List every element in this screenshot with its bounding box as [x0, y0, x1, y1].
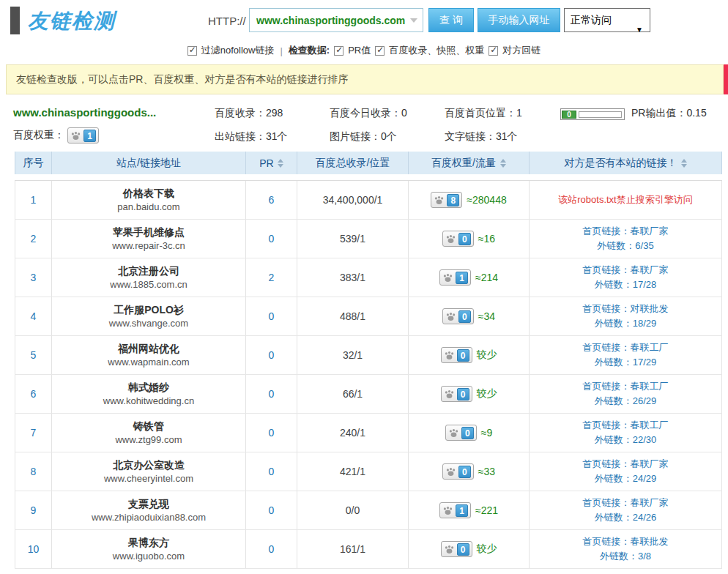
baidu-weight-badge: 0 [441, 347, 472, 363]
backlink-checkbox[interactable] [489, 46, 498, 56]
homepage-backlink[interactable]: 首页链接：春联批发 [583, 534, 669, 549]
links-table: 序号 站点/链接地址 PR 百度总收录/位置 百度权重/流量 对方是否有本站的链… [15, 152, 722, 569]
weight-value: 0 [461, 427, 474, 439]
paw-icon [434, 195, 445, 206]
pr-checkbox[interactable] [334, 46, 343, 56]
site-domain-link[interactable]: www.zhipiaoduixian88.com [92, 511, 206, 524]
table-row: 8 北京办公室改造 www.cheeryintel.com 0 421/1 0 … [15, 452, 722, 491]
baidu-weight-badge: 1 [439, 502, 471, 518]
baidu-index-value: 66/1 [343, 388, 363, 400]
manual-input-button[interactable]: 手动输入网址 [478, 8, 560, 32]
table-row: 2 苹果手机维修点 www.repair-3c.cn 0 539/1 0 ≈16… [15, 220, 722, 258]
pr-value: 0 [269, 349, 275, 361]
access-mode-value: 正常访问 [571, 14, 612, 26]
homepage-backlink[interactable]: 首页链接：春联厂家 [583, 457, 669, 471]
baidu-checkbox[interactable] [375, 46, 385, 56]
homepage-backlink[interactable]: 首页链接：春联厂家 [583, 263, 669, 277]
homepage-backlink[interactable]: 首页链接：春联工厂 [583, 418, 669, 433]
outlink-count[interactable]: 外链数：17/29 [595, 355, 657, 370]
paw-icon [442, 272, 453, 283]
row-index: 9 [31, 504, 37, 516]
row-index: 3 [31, 272, 37, 283]
site-domain-link[interactable]: www.iguobo.com [113, 550, 185, 563]
col-baidu-included: 百度总收录/位置 [297, 152, 409, 174]
paw-icon [444, 350, 455, 361]
col-site: 站点/链接地址 [52, 152, 246, 174]
homepage-backlink[interactable]: 首页链接：春联工厂 [583, 379, 669, 394]
baidu-weight-badge: 0 [442, 231, 474, 247]
url-input[interactable] [250, 9, 406, 31]
outlink-count[interactable]: 外链数：22/30 [595, 433, 657, 447]
col-pr-sort[interactable]: PR [246, 152, 297, 174]
table-row: 3 北京注册公司 www.1885.com.cn 2 383/1 1 ≈214 … [15, 258, 722, 297]
pr-output-label: PR输出值：0.15 [631, 107, 707, 120]
check-data-label: 检查数据: [289, 44, 330, 57]
query-button[interactable]: 查 询 [428, 8, 474, 32]
baidu-weight-badge: 0 [442, 308, 474, 324]
pr-value: 0 [269, 388, 275, 400]
sort-icon [278, 159, 283, 168]
paw-icon [444, 544, 455, 555]
stat-outbound-links: 出站链接：31个 [215, 130, 288, 144]
site-domain-link[interactable]: pan.baidu.com [117, 201, 179, 214]
stat-baidu-included: 百度收录：298 [215, 107, 283, 120]
homepage-backlink[interactable]: 首页链接：春联厂家 [583, 224, 669, 239]
checked-domain-link[interactable]: www.chinasportinggoods... [13, 106, 156, 119]
paw-icon [444, 389, 455, 400]
row-index: 7 [31, 427, 37, 439]
weight-value: 0 [458, 310, 471, 323]
outlink-count[interactable]: 外链数：24/29 [595, 471, 657, 486]
select-caret-icon: ▼ [636, 18, 643, 41]
site-domain-link[interactable]: www.1885.com.cn [110, 278, 187, 291]
url-input-box [249, 8, 423, 32]
sort-icon [500, 159, 506, 168]
row-index: 5 [31, 349, 37, 361]
site-title: 果博东方 [128, 536, 169, 550]
site-domain-link[interactable]: www.repair-3c.cn [112, 239, 185, 253]
baidu-weight-badge: 1 [67, 127, 99, 144]
paw-icon [445, 234, 456, 245]
baidu-weight-badge: 0 [442, 463, 474, 480]
stat-baidu-today: 百度今日收录：0 [330, 107, 407, 120]
site-domain-link[interactable]: www.ztg99.com [115, 433, 182, 447]
pr-value: 0 [269, 310, 275, 322]
site-title: 福州网站优化 [118, 342, 179, 356]
row-index: 6 [31, 388, 37, 400]
baidu-weight-badge: 0 [441, 541, 472, 557]
traffic-estimate: ≈34 [478, 310, 495, 322]
weight-value: 1 [456, 272, 468, 284]
outlink-count[interactable]: 外链数：3/8 [600, 549, 651, 564]
weight-value: 8 [447, 194, 459, 206]
nofollow-checkbox[interactable] [187, 46, 197, 56]
outlink-count[interactable]: 外链数：26/29 [595, 394, 657, 409]
col-backlink-sort[interactable]: 对方是否有本站的链接！ [530, 152, 722, 174]
homepage-backlink[interactable]: 首页链接：春联厂家 [583, 496, 669, 510]
backlink-option-label: 对方回链 [502, 44, 541, 57]
access-mode-select[interactable]: 正常访问 ▼ [564, 8, 650, 32]
table-row: 7 铸铁管 www.ztg99.com 0 240/1 0 ≈9 首页链接：春联… [15, 414, 722, 452]
notice-edge-strip [724, 64, 728, 94]
homepage-backlink[interactable]: 首页链接：对联批发 [583, 302, 669, 316]
site-domain-link[interactable]: www.shvange.com [109, 317, 188, 330]
site-domain-link[interactable]: www.cheeryintel.com [104, 472, 193, 485]
stat-text-links: 文字链接：31个 [445, 130, 518, 144]
traffic-estimate: ≈33 [478, 466, 495, 477]
col-weight-sort[interactable]: 百度权重/流量 [409, 152, 530, 174]
friend-link-check-page: 友链检测 HTTP:// 查 询 手动输入网址 正常访问 ▼ 过滤nofollo… [0, 0, 728, 574]
site-title: 支票兑现 [128, 497, 169, 511]
outlink-count[interactable]: 外链数：6/35 [597, 239, 653, 253]
outlink-count[interactable]: 外链数：17/28 [595, 277, 657, 292]
pr-value: 0 [269, 427, 275, 439]
site-domain-link[interactable]: www.kohitwedding.cn [103, 395, 194, 408]
table-row: 1 价格表下载 pan.baidu.com 6 34,400,000/1 8 ≈… [15, 181, 722, 220]
site-title: 苹果手机维修点 [113, 225, 185, 239]
outlink-count[interactable]: 外链数：24/26 [595, 510, 657, 525]
summary-panel: www.chinasportinggoods... 百度权重： 1 百度收录：2… [0, 101, 728, 149]
outlink-count[interactable]: 外链数：18/29 [595, 316, 657, 331]
table-row: 4 工作服POLO衫 www.shvange.com 0 488/1 0 ≈34… [15, 297, 722, 336]
logo-mark [10, 7, 20, 34]
table-row: 5 福州网站优化 www.wapmain.com 0 32/1 0 较少 首页链… [15, 336, 722, 375]
site-domain-link[interactable]: www.wapmain.com [108, 356, 189, 369]
url-dropdown-icon[interactable] [410, 18, 417, 23]
homepage-backlink[interactable]: 首页链接：春联工厂 [583, 340, 669, 355]
